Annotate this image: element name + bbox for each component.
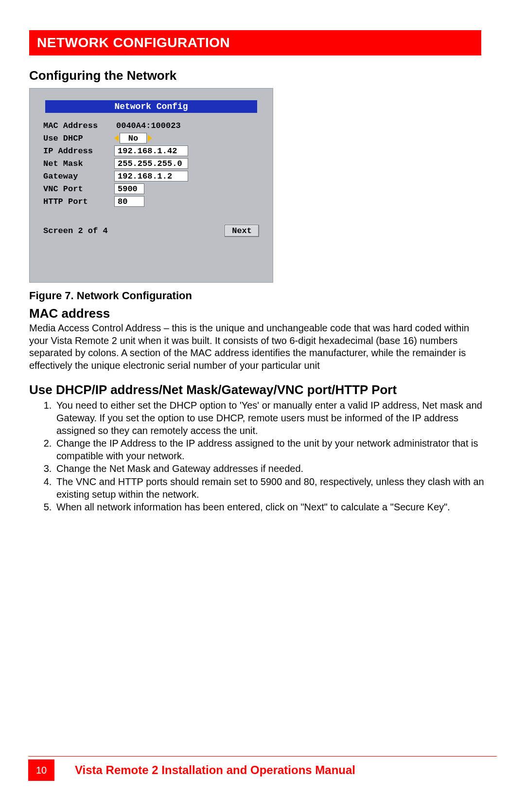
label-mac: MAC Address	[43, 121, 114, 130]
value-mac: 0040A4:100023	[116, 121, 181, 130]
section-banner: NETWORK CONFIGURATION	[29, 30, 481, 55]
row-ip: IP Address 192.168.1.42	[43, 145, 259, 157]
row-gateway: Gateway 192.168.1.2	[43, 170, 259, 182]
dialog-title: Network Config	[45, 100, 257, 113]
list-item: When all network information has been en…	[54, 501, 487, 514]
list-item: Change the IP Address to the IP address …	[54, 437, 487, 462]
row-mask: Net Mask 255.255.255.0	[43, 158, 259, 169]
screen-indicator: Screen 2 of 4	[43, 226, 108, 235]
list-item: The VNC and HTTP ports should remain set…	[54, 476, 487, 501]
arrow-right-icon[interactable]	[148, 135, 152, 142]
next-button[interactable]: Next	[225, 225, 259, 237]
value-vnc[interactable]: 5900	[114, 183, 144, 194]
arrow-left-icon[interactable]	[114, 135, 119, 142]
value-mask[interactable]: 255.255.255.0	[114, 158, 188, 169]
footer-title: Vista Remote 2 Installation and Operatio…	[75, 763, 355, 777]
label-dhcp: Use DHCP	[43, 134, 114, 143]
value-gateway[interactable]: 192.168.1.2	[114, 171, 188, 181]
page-number: 10	[28, 759, 54, 781]
row-http: HTTP Port 80	[43, 196, 259, 207]
heading-mac: MAC address	[29, 306, 496, 321]
page-footer: 10 Vista Remote 2 Installation and Opera…	[28, 756, 497, 781]
instruction-list: You need to either set the DHCP option t…	[54, 399, 487, 513]
figure-caption: Figure 7. Network Configuration	[29, 289, 496, 302]
paragraph-mac: Media Access Control Address – this is t…	[29, 322, 486, 372]
label-ip: IP Address	[43, 146, 114, 156]
row-vnc: VNC Port 5900	[43, 183, 259, 195]
footer-rule	[28, 756, 497, 757]
list-item: You need to either set the DHCP option t…	[54, 399, 487, 437]
label-mask: Net Mask	[43, 159, 114, 168]
network-config-screenshot: Network Config MAC Address 0040A4:100023…	[29, 88, 273, 283]
label-vnc: VNC Port	[43, 184, 114, 194]
value-dhcp[interactable]: No	[120, 133, 147, 144]
label-http: HTTP Port	[43, 197, 114, 206]
value-ip[interactable]: 192.168.1.42	[114, 145, 188, 156]
label-gateway: Gateway	[43, 172, 114, 181]
heading-dhcp: Use DHCP/IP address/Net Mask/Gateway/VNC…	[29, 382, 496, 397]
row-mac: MAC Address 0040A4:100023	[43, 120, 259, 131]
heading-configuring: Configuring the Network	[29, 68, 496, 83]
list-item: Change the Net Mask and Gateway addresse…	[54, 463, 487, 475]
row-dhcp: Use DHCP No	[43, 132, 259, 144]
value-http[interactable]: 80	[114, 196, 144, 207]
